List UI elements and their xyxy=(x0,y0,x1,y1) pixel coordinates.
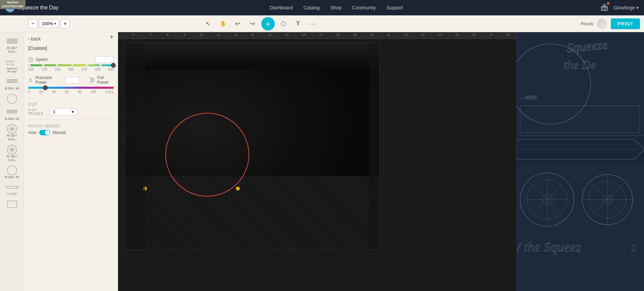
back-button[interactable]: ‹ back xyxy=(28,36,41,42)
nav-dashboard[interactable]: Dashboard xyxy=(270,4,293,12)
add-button[interactable]: + xyxy=(261,17,275,30)
op-icon-8 xyxy=(5,165,19,175)
focus-toggle-knob xyxy=(45,130,50,135)
undo-button[interactable]: ↩ xyxy=(232,18,244,30)
passes-select[interactable]: 1 ▾ xyxy=(50,108,77,116)
op-icon-1 xyxy=(5,36,19,46)
user-menu[interactable]: Glowforge ▾ xyxy=(613,5,639,10)
ruler-tick-10: 10 xyxy=(193,32,210,39)
nav-support[interactable]: Support xyxy=(387,4,403,12)
op-item-4[interactable] xyxy=(1,92,23,105)
camera-view xyxy=(125,42,380,250)
ruler-tick-20: 20 xyxy=(363,32,380,39)
nav-right: Glowforge ▾ xyxy=(601,3,639,12)
main-content: ⚙ 183 /FULL Squeeze the Day Squeezethe D… xyxy=(0,32,644,291)
zoom-out-button[interactable]: − xyxy=(28,19,38,28)
redo-button[interactable]: ↪ xyxy=(247,18,259,30)
focus-height-label: FOCUS HEIGHT xyxy=(28,124,114,128)
right-design-panel: Squeeze the De ...eeze xyxy=(517,32,644,291)
ruler-tick-8: 8 xyxy=(159,32,176,39)
add-operation-button[interactable]: + xyxy=(110,33,114,41)
ruler-tick-24: 24 xyxy=(431,32,448,39)
stamp-button[interactable]: ⬡ xyxy=(277,18,289,30)
camera-right-panel xyxy=(369,43,379,249)
power-slider-track[interactable] xyxy=(28,87,114,89)
ruler-tick-12: 12 xyxy=(227,32,244,39)
ruler-tick-17: 17 xyxy=(312,32,329,39)
nav-community[interactable]: Community xyxy=(352,4,376,12)
op-item-10[interactable] xyxy=(1,198,23,211)
cut-label: CUT xyxy=(28,102,114,107)
full-power-label: Full Power xyxy=(97,75,114,85)
design-top-section: Squeeze the De ...eeze xyxy=(517,32,644,136)
ruler-tick-25: 25 xyxy=(448,32,466,39)
zoom-chevron: ▾ xyxy=(54,22,56,25)
op-label-7: ⚙ 183 /FULL xyxy=(7,155,17,162)
speed-input[interactable]: 500 xyxy=(95,56,114,63)
text-button[interactable]: T xyxy=(292,18,304,30)
print-button[interactable]: PRINT xyxy=(611,18,640,29)
passes-value: 1 xyxy=(53,110,55,114)
focus-mode-toggle[interactable] xyxy=(39,130,50,135)
speed-slider-container: 100 170 230 300 370 430 500 xyxy=(28,64,114,71)
svg-text:the De: the De xyxy=(564,58,596,72)
zoom-display[interactable]: 100% ▾ xyxy=(39,19,59,28)
top-navigation: Squeeze the Day Dashboard Catalog Shop C… xyxy=(0,0,644,15)
op-label-6: ⚙ 183 /FULL xyxy=(7,134,17,141)
canvas-content[interactable] xyxy=(118,39,517,291)
settings-panel: ‹ back + [Custom] Speed: 500 xyxy=(24,32,118,291)
passes-chevron-icon: ▾ xyxy=(72,110,74,114)
toolbar: Medium DRAFTBOARD − 100% ▾ + ↖ ✋ ↩ ↪ + ⬡… xyxy=(0,15,644,32)
full-power-toggle[interactable] xyxy=(85,77,95,83)
svg-text:/ the Squeez: / the Squeez xyxy=(517,239,581,254)
speed-slider-track[interactable] xyxy=(28,64,114,66)
nav-catalog[interactable]: Catalog xyxy=(304,4,320,12)
op-label-3: ⚙ 300 / 40 xyxy=(5,87,19,90)
op-item-5[interactable]: ⚙ 500 / 30 xyxy=(1,106,23,122)
op-item-2[interactable]: Squeeze the Day Squeezethe Day xyxy=(1,56,23,75)
back-arrow-icon: ‹ xyxy=(28,37,30,41)
ruler-tick-26: 26 xyxy=(466,32,483,39)
power-icon xyxy=(28,77,33,83)
horizontal-ruler: 6 7 8 9 10 11 12 13 14 15 16 17 18 19 20… xyxy=(118,32,517,39)
toggle-knob xyxy=(86,78,90,82)
ruler-tick-15: 15 xyxy=(278,32,295,39)
gift-badge xyxy=(607,2,609,5)
svg-text:Squeeze: Squeeze xyxy=(6,60,15,63)
select-tool-button[interactable]: ↖ xyxy=(202,18,214,30)
material-badge[interactable]: Medium DRAFTBOARD xyxy=(0,0,25,9)
op-label-1: ⚙ 183 /FULL xyxy=(7,46,17,54)
auto-label: Auto xyxy=(28,130,37,135)
more-button[interactable]: ··· xyxy=(307,18,319,30)
op-label-5: ⚙ 500 / 30 xyxy=(5,117,19,121)
focus-height-section: FOCUS HEIGHT Auto Manual xyxy=(28,124,114,135)
op-item-1[interactable]: ⚙ 183 /FULL xyxy=(1,35,23,55)
zoom-controls: − 100% ▾ + xyxy=(28,19,70,28)
op-icon-3 xyxy=(5,77,19,87)
op-item-9[interactable]: ✂ CUT xyxy=(1,181,23,197)
op-item-8[interactable]: ⚙ 450 / 30 xyxy=(1,164,23,180)
svg-point-12 xyxy=(7,94,17,103)
ruler-tick-22: 22 xyxy=(397,32,415,39)
precision-power-input[interactable]: 30 xyxy=(65,77,80,83)
design-bottom-section: / the Squeez z xyxy=(517,163,644,291)
ruler-tick-18: 18 xyxy=(329,32,346,39)
pan-tool-button[interactable]: ✋ xyxy=(217,18,229,30)
zoom-in-button[interactable]: + xyxy=(60,19,70,28)
passes-label: # OFPASSES xyxy=(28,108,43,116)
op-item-3[interactable]: ⚙ 300 / 40 xyxy=(1,75,23,92)
gift-icon[interactable] xyxy=(601,3,608,12)
design-middle-section xyxy=(517,136,644,163)
op-icon-6 xyxy=(5,124,19,134)
nav-shop[interactable]: Shop xyxy=(330,4,341,12)
svg-point-35 xyxy=(29,79,32,82)
op-label-8: ⚙ 450 / 30 xyxy=(5,175,19,179)
op-item-6[interactable]: ⚙ 183 /FULL xyxy=(1,123,23,143)
toolbar-right: Ready PRINT xyxy=(581,18,640,29)
ruler-tick-23: 23 xyxy=(414,32,431,39)
svg-rect-40 xyxy=(520,106,639,133)
ruler-tick-7: 7 xyxy=(142,32,159,39)
op-item-7[interactable]: ⚙ 183 /FULL xyxy=(1,143,23,163)
speed-slider-labels: 100 170 230 300 370 430 500 xyxy=(28,68,114,71)
svg-rect-29 xyxy=(6,186,17,188)
